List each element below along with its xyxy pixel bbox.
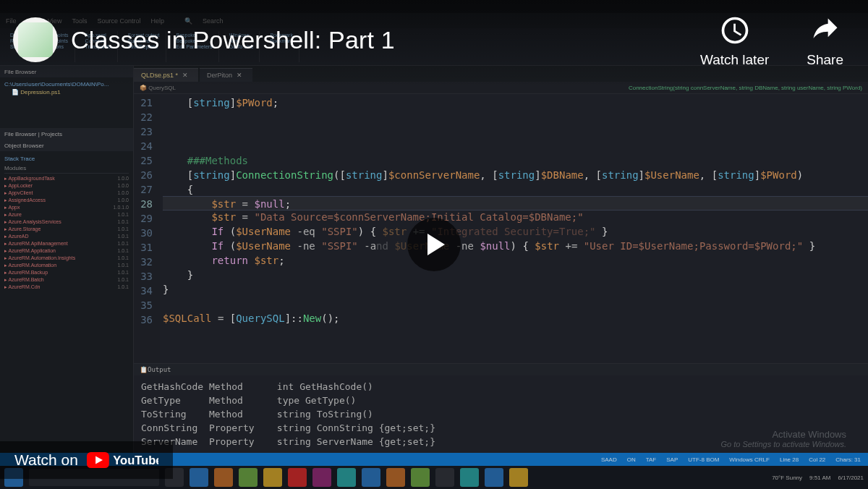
play-button[interactable]: [407, 218, 461, 271]
module-item[interactable]: ▸ AzureRM.Automation.Insights1.0.1: [4, 255, 129, 262]
task-icon[interactable]: [263, 468, 282, 487]
task-icon[interactable]: [485, 468, 503, 487]
code-lines: [string]$PWord; ###Methods [string]Conne…: [160, 94, 868, 363]
share-label: Share: [807, 52, 843, 68]
module-item[interactable]: ▸ AzureRM.ApiManagement1.0.1: [4, 240, 129, 247]
status-item: SAP: [666, 456, 678, 463]
module-item[interactable]: ▸ AppLocker1.0.0: [4, 182, 129, 190]
status-item: Chars: 31: [835, 456, 861, 463]
side-panel: File Browser C:\Users\user\Documents\DOM…: [0, 66, 134, 453]
task-icon[interactable]: [312, 468, 331, 487]
status-item: SAAD: [601, 456, 617, 463]
modules-list: ▸ AppBackgroundTask1.0.0▸ AppLocker1.0.0…: [4, 175, 129, 291]
watch-later-label: Watch later: [700, 52, 769, 68]
clock-icon: [719, 14, 751, 46]
module-item[interactable]: ▸ AzureRM.Automation1.0.1: [4, 262, 129, 269]
projects-head[interactable]: File Browser | Projects: [0, 128, 133, 140]
module-item[interactable]: ▸ AzureAD1.0.1: [4, 233, 129, 240]
task-icon[interactable]: [362, 468, 380, 487]
weather[interactable]: 70°F Sunny: [772, 475, 802, 481]
task-icon[interactable]: [337, 468, 356, 487]
task-icon[interactable]: [239, 468, 258, 487]
module-item[interactable]: ▸ Azure.AnalysisServices1.0.1: [4, 218, 129, 226]
gutter: 21222324252627282930313233343536: [134, 94, 160, 363]
module-item[interactable]: ▸ AzureRM.Batch1.0.1: [4, 276, 129, 284]
task-icon[interactable]: [435, 468, 454, 487]
module-item[interactable]: ▸ AppBackgroundTask1.0.0: [4, 175, 129, 182]
clock-time[interactable]: 9:51 AM: [809, 475, 830, 481]
status-item: ON: [627, 456, 636, 463]
output-head[interactable]: 📋 Output: [134, 364, 868, 375]
module-item[interactable]: ▸ AssignedAccess1.0.0: [4, 197, 129, 204]
status-item: UTF-8 BOM: [688, 456, 719, 463]
status-item: Col 22: [809, 456, 825, 463]
task-icon[interactable]: [411, 468, 430, 487]
modules-label[interactable]: Modules: [4, 163, 129, 174]
module-item[interactable]: ▸ AppvClient1.0.0: [4, 190, 129, 197]
status-item: Windows CRLF: [729, 456, 770, 463]
task-icon[interactable]: [288, 468, 307, 487]
status-item: Line 28: [780, 456, 799, 463]
watch-on-label: Watch on: [14, 451, 78, 469]
windows-watermark: Activate Windows Go to Settings to activ…: [720, 429, 846, 448]
module-item[interactable]: ▸ AzureRM.Backup1.0.1: [4, 269, 129, 276]
task-icon[interactable]: [460, 468, 479, 487]
status-item: TAF: [646, 456, 657, 463]
task-icon[interactable]: [509, 468, 528, 487]
clock-date[interactable]: 6/17/2021: [838, 475, 864, 481]
task-icon[interactable]: [214, 468, 233, 487]
watch-later-button[interactable]: Watch later: [700, 14, 769, 68]
play-icon: [427, 234, 445, 255]
youtube-logo-icon: YouTube: [87, 452, 158, 468]
module-item[interactable]: ▸ Azure.Storage1.0.1: [4, 226, 129, 233]
task-icon[interactable]: [386, 468, 405, 487]
module-item[interactable]: ▸ AzureRM.Application1.0.1: [4, 247, 129, 255]
share-icon: [809, 14, 841, 46]
module-item[interactable]: ▸ Appx1.0.1.0: [4, 204, 129, 211]
module-item[interactable]: ▸ Azure1.0.1: [4, 211, 129, 218]
video-title[interactable]: Classes in Powershell: Part 1: [71, 26, 395, 54]
module-item[interactable]: ▸ AzureRM.Cdn1.0.1: [4, 284, 129, 291]
channel-avatar[interactable]: [13, 17, 58, 62]
watch-on-youtube[interactable]: Watch on YouTube: [0, 441, 173, 479]
svg-text:YouTube: YouTube: [113, 454, 158, 467]
object-browser-head[interactable]: Object Browser: [0, 140, 133, 151]
code-editor[interactable]: 21222324252627282930313233343536 [string…: [134, 94, 868, 363]
share-button[interactable]: Share: [807, 14, 843, 68]
file-item[interactable]: 📄 Depression.ps1: [4, 88, 129, 96]
task-icon[interactable]: [190, 468, 208, 487]
stack-trace-label[interactable]: Stack Trace: [4, 154, 129, 163]
